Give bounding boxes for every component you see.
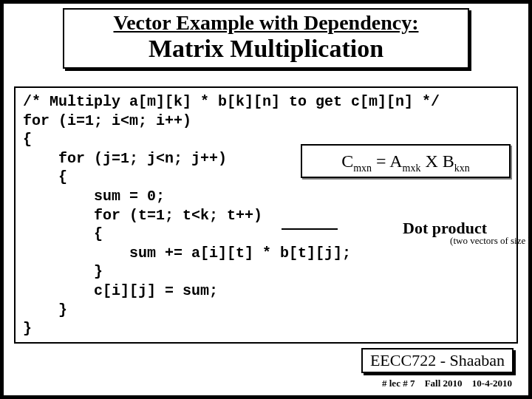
code-line: c[i][j] = sum; <box>23 282 218 299</box>
eq-B: B <box>443 151 454 171</box>
code-line: { <box>23 131 32 148</box>
code-line: } <box>23 301 67 318</box>
eq-equals: = <box>372 151 389 171</box>
footer-meta: # lec # 7 Fall 2010 10-4-2010 <box>375 378 512 389</box>
code-line: /* Multiply a[m][k] * b[k][n] to get c[m… <box>23 93 440 110</box>
footer-term: Fall 2010 <box>425 378 463 389</box>
dot-product-label: Dot product (two vectors of size k) <box>403 219 487 238</box>
code-line: { <box>23 168 67 185</box>
code-line: sum = 0; <box>23 188 165 205</box>
footer-date: 10-4-2010 <box>472 378 512 389</box>
code-line: for (i=1; i<m; i++) <box>23 112 191 129</box>
title-line-1: Vector Example with Dependency: <box>69 11 463 35</box>
eq-C-sub: mxn <box>353 163 372 174</box>
code-line: } <box>23 320 32 337</box>
code-line: sum += a[i][t] * b[t][j]; <box>23 245 351 262</box>
code-line: for (j=1; j<n; j++) <box>23 150 227 167</box>
code-block: /* Multiply a[m][k] * b[k][n] to get c[m… <box>23 92 509 338</box>
slide: Vector Example with Dependency: Matrix M… <box>0 0 532 399</box>
arrow-line <box>282 228 338 230</box>
code-line: { <box>23 225 103 242</box>
code-line: } <box>23 263 103 280</box>
eq-X: X <box>421 151 443 171</box>
title-box: Vector Example with Dependency: Matrix M… <box>63 8 469 69</box>
code-box: /* Multiply a[m][k] * b[k][n] to get c[m… <box>14 86 518 344</box>
eq-B-sub: kxn <box>454 163 470 174</box>
eq-A: A <box>389 151 402 171</box>
title-line-2: Matrix Multiplication <box>69 35 463 63</box>
dot-product-sub: (two vectors of size k) <box>450 235 532 247</box>
eq-C: C <box>341 151 353 171</box>
matrix-equation: Cmxn = Amxk X Bkxn <box>301 144 511 178</box>
code-line: for (t=1; t<k; t++) <box>23 207 262 224</box>
footer-course: EECC722 - Shaaban <box>361 348 514 373</box>
footer-lec: # lec # 7 <box>382 378 415 389</box>
eq-A-sub: mxk <box>403 163 421 174</box>
